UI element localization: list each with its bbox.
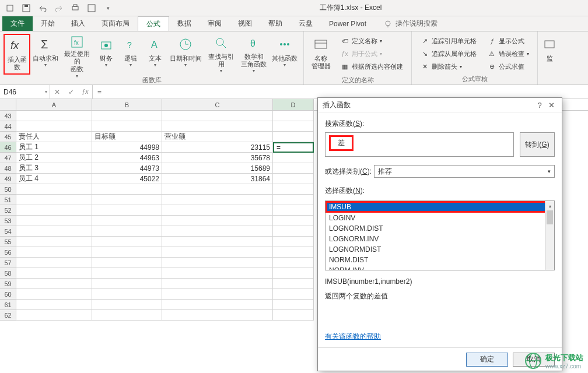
cell[interactable]: 44973: [92, 163, 162, 174]
save2-icon[interactable]: [84, 1, 99, 15]
scroll-up-icon[interactable]: ▴: [545, 201, 554, 210]
search-function-input[interactable]: 差: [325, 132, 514, 157]
tab-formulas[interactable]: 公式: [138, 16, 169, 31]
chevron-down-icon[interactable]: ▾: [45, 89, 47, 94]
financial-button[interactable]: 财务▾: [94, 34, 118, 75]
tab-review[interactable]: 审阅: [200, 16, 230, 31]
cell[interactable]: 35678: [162, 153, 273, 163]
row-header[interactable]: 62: [0, 310, 16, 321]
tab-pagelayout[interactable]: 页面布局: [93, 16, 138, 31]
cell[interactable]: 23115: [162, 142, 273, 153]
cell[interactable]: 员工 1: [16, 142, 92, 153]
undo-icon[interactable]: [35, 1, 50, 15]
function-item[interactable]: LOGNORM.DIST: [326, 223, 554, 234]
tab-file[interactable]: 文件: [2, 16, 33, 31]
row-header[interactable]: 58: [0, 268, 16, 279]
row-header[interactable]: 57: [0, 258, 16, 268]
function-item[interactable]: LOGNORM.INV: [326, 234, 554, 244]
function-item[interactable]: NORM.INV: [326, 265, 554, 270]
goto-button[interactable]: 转到(G): [520, 132, 555, 157]
function-item[interactable]: NORM.DIST: [326, 255, 554, 265]
cancel-icon[interactable]: ✕: [50, 88, 64, 96]
tab-data[interactable]: 数据: [169, 16, 200, 31]
trace-precedents-button[interactable]: ↗追踪引用单元格: [418, 35, 479, 47]
help-icon[interactable]: ?: [534, 101, 545, 110]
datetime-button[interactable]: 日期和时间▾: [168, 34, 203, 75]
remove-arrows-button[interactable]: ✕删除箭头 ▾: [418, 61, 479, 72]
function-list[interactable]: IMSUB LOGINV LOGNORM.DIST LOGNORM.INV LO…: [325, 200, 555, 270]
row-header[interactable]: 55: [0, 237, 16, 247]
redo-icon[interactable]: [51, 1, 66, 15]
cell[interactable]: 44963: [92, 153, 162, 163]
error-check-button[interactable]: ⚠错误检查 ▾: [485, 48, 531, 59]
qat-dropdown-icon[interactable]: [2, 1, 18, 15]
cell[interactable]: 员工 4: [16, 174, 92, 184]
lookup-button[interactable]: 查找与引用▾: [204, 34, 238, 75]
row-header[interactable]: 43: [0, 111, 16, 121]
row-header[interactable]: 56: [0, 247, 16, 258]
tab-powerpivot[interactable]: Power Pivot: [321, 16, 374, 31]
autosum-button[interactable]: Σ 自动求和▾: [32, 34, 60, 75]
qat-more-icon[interactable]: ▾: [100, 1, 116, 15]
cell[interactable]: 营业额: [162, 132, 273, 142]
print-icon[interactable]: [68, 1, 83, 15]
tab-insert[interactable]: 插入: [63, 16, 93, 31]
show-formulas-button[interactable]: 𝑓显示公式: [485, 35, 531, 47]
category-select[interactable]: 推荐▾: [374, 165, 555, 178]
col-header-D[interactable]: D: [273, 99, 314, 110]
row-header[interactable]: 60: [0, 289, 16, 300]
function-item[interactable]: LOGNORMDIST: [326, 244, 554, 255]
logical-button[interactable]: ? 逻辑▾: [119, 34, 142, 75]
row-header[interactable]: 45: [0, 132, 16, 142]
row-header[interactable]: 51: [0, 195, 16, 205]
close-icon[interactable]: ✕: [545, 101, 557, 110]
enter-icon[interactable]: ✓: [64, 88, 78, 96]
other-functions-button[interactable]: 其他函数▾: [270, 34, 300, 75]
cell[interactable]: 15689: [162, 163, 273, 174]
row-header[interactable]: 53: [0, 216, 16, 226]
mathtrig-button[interactable]: θ 数学和 三角函数▾: [239, 34, 268, 75]
row-header[interactable]: 54: [0, 226, 16, 237]
row-header[interactable]: 61: [0, 300, 16, 310]
col-header-C[interactable]: C: [162, 99, 273, 110]
scroll-thumb[interactable]: [547, 210, 553, 224]
create-from-selection-button[interactable]: ▦根据所选内容创建: [338, 61, 405, 72]
tell-me-search[interactable]: 操作说明搜索: [374, 16, 438, 31]
row-header[interactable]: 50: [0, 184, 16, 195]
row-header[interactable]: 47: [0, 153, 16, 163]
function-help-link[interactable]: 有关该函数的帮助: [325, 332, 555, 342]
trace-dependents-button[interactable]: ↘追踪从属单元格: [418, 48, 479, 59]
watch-window-button[interactable]: 监: [541, 34, 558, 75]
name-manager-button[interactable]: 名称 管理器: [307, 34, 334, 75]
name-box[interactable]: D46▾: [0, 85, 50, 98]
use-in-formula-button[interactable]: ƒx用于公式 ▾: [338, 48, 405, 59]
insert-function-button[interactable]: fx 插入函数: [4, 34, 30, 75]
function-item[interactable]: LOGINV: [326, 213, 554, 223]
row-header[interactable]: 46: [0, 142, 16, 153]
row-header[interactable]: 44: [0, 121, 16, 132]
save-icon[interactable]: [19, 1, 34, 15]
cell[interactable]: 45022: [92, 174, 162, 184]
cell[interactable]: 44998: [92, 142, 162, 153]
col-header-B[interactable]: B: [92, 99, 162, 110]
text-button[interactable]: A 文本▾: [144, 34, 167, 75]
tab-cloud[interactable]: 云盘: [290, 16, 321, 31]
recent-functions-button[interactable]: fx 最近使用的 函数▾: [61, 34, 93, 75]
function-item[interactable]: IMSUB: [326, 201, 554, 213]
cell[interactable]: 员工 2: [16, 153, 92, 163]
row-header[interactable]: 48: [0, 163, 16, 174]
cell[interactable]: 31864: [162, 174, 273, 184]
ok-button[interactable]: 确定: [466, 353, 508, 367]
cell[interactable]: 员工 3: [16, 163, 92, 174]
tab-help[interactable]: 帮助: [260, 16, 290, 31]
row-header[interactable]: 52: [0, 205, 16, 216]
active-cell[interactable]: =: [273, 142, 314, 153]
scrollbar[interactable]: ▴: [545, 201, 554, 270]
tab-view[interactable]: 视图: [230, 16, 260, 31]
cell[interactable]: 责任人: [16, 132, 92, 142]
evaluate-formula-button[interactable]: ⊕公式求值: [485, 61, 531, 72]
row-header[interactable]: 49: [0, 174, 16, 184]
fx-icon[interactable]: ƒx: [78, 87, 92, 96]
formula-input[interactable]: =: [93, 85, 588, 98]
cell[interactable]: 目标额: [92, 132, 162, 142]
